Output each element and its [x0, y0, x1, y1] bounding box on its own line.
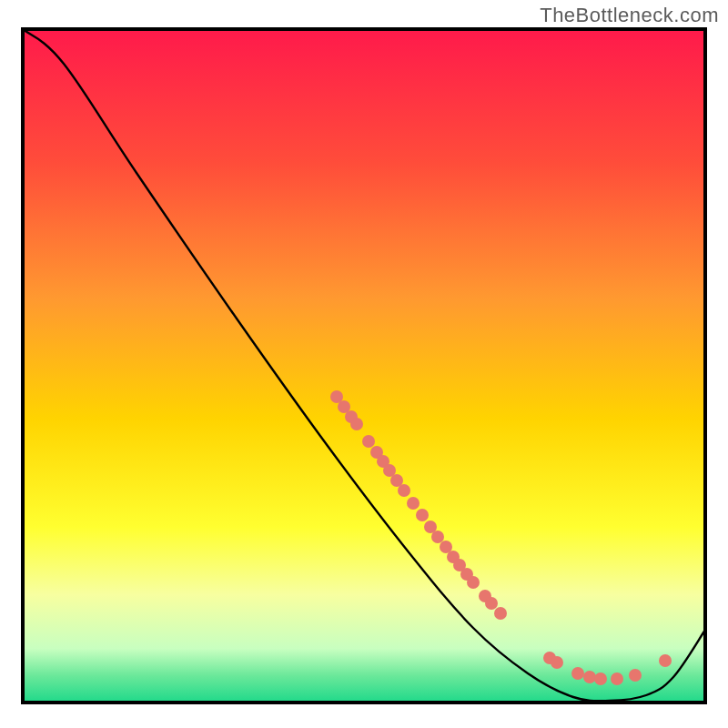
curve-marker — [629, 669, 642, 682]
chart-svg — [0, 0, 728, 728]
curve-marker — [594, 672, 607, 685]
watermark-text: TheBottleneck.com — [540, 4, 719, 27]
curve-marker — [431, 531, 444, 543]
curve-marker — [494, 607, 507, 620]
chart-stage: TheBottleneck.com — [0, 0, 728, 728]
curve-marker — [362, 435, 375, 448]
curve-marker — [485, 597, 498, 610]
curve-marker — [467, 576, 480, 589]
gradient-background — [23, 29, 705, 703]
curve-marker — [350, 418, 363, 430]
curve-marker — [398, 484, 410, 497]
curve-marker — [583, 671, 596, 683]
curve-marker — [407, 497, 420, 510]
curve-marker — [416, 509, 429, 521]
curve-marker — [659, 654, 672, 667]
curve-marker — [571, 667, 584, 680]
curve-marker — [611, 672, 623, 685]
curve-marker — [551, 656, 563, 669]
